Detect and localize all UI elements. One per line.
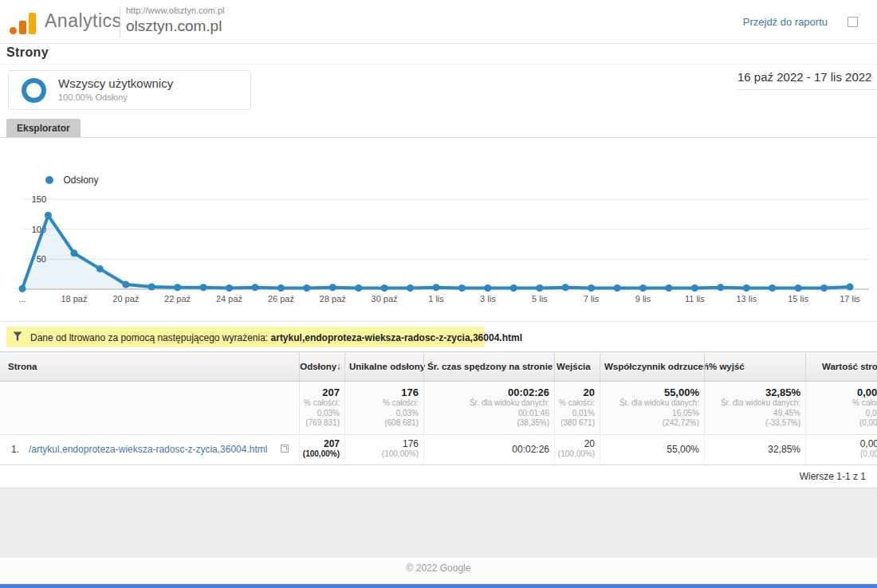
filter-message-prefix: Dane od ltrowano za pomocą następującego… [30, 332, 271, 343]
page-title: Strony [6, 45, 49, 60]
col-header-odslony[interactable]: Odsłony↓ [299, 352, 344, 381]
col-header-wartosc-strony[interactable]: Wartość strony [805, 352, 877, 381]
row-page-link[interactable]: /artykul,endoproteza-wieksza-radosc-z-zy… [29, 444, 267, 455]
row-odslony-value: 207 [300, 435, 340, 449]
svg-text:13 lis: 13 lis [736, 294, 757, 304]
row-wejscia-value: 20 [555, 435, 595, 449]
summary-unikalne-sub3: (608 681) [345, 418, 419, 429]
row-odrzucen-value: 55,00% [600, 435, 699, 455]
tab-eksplorator[interactable]: Eksplorator [6, 119, 81, 138]
chart-legend-odslony[interactable]: Odsłony [45, 172, 98, 183]
col-header-unikalne-odslony[interactable]: Unikalne odsłony [344, 352, 423, 381]
summary-unikalne-sub2: 0,03% [345, 409, 419, 419]
popup-window-icon[interactable] [848, 17, 858, 27]
logo-bar-mid [19, 21, 26, 34]
col-header-procent-wyjsc[interactable]: % wyjść [704, 352, 805, 381]
table-row: 1. /artykul,endoproteza-wieksza-radosc-z… [0, 434, 877, 465]
summary-strona-cell [0, 382, 299, 434]
summary-czas-sub2: 00:01:46 [424, 409, 549, 419]
col-header-wspolczynnik-odrzucen[interactable]: Współczynnik odrzuceń [600, 352, 704, 381]
summary-odslony-sub1: % całości: [300, 398, 340, 409]
svg-text:11 lis: 11 lis [685, 294, 705, 304]
header-divider [120, 7, 120, 39]
brand-title: Analytics [45, 10, 122, 32]
background-block [0, 488, 877, 558]
svg-text:30 paź: 30 paź [372, 294, 398, 304]
svg-text:...: ... [18, 294, 26, 304]
summary-wejscia-cell: 20 % całości: 0,01% (380 671) [554, 382, 600, 434]
analytics-logo-icon [10, 10, 38, 35]
svg-text:17 lis: 17 lis [840, 294, 860, 304]
filter-message: Dane od ltrowano za pomocą następującego… [30, 332, 522, 343]
summary-odrzucen-sub2: 16,05% [600, 409, 699, 419]
summary-odrzucen-sub3: (242,72%) [600, 418, 699, 429]
filter-notice-bar: Dane od ltrowano za pomocą następującego… [0, 321, 877, 352]
col-header-wejscia[interactable]: Wejścia [554, 352, 600, 381]
summary-wyjsc-sub1: Śr. dla widoku danych: [705, 398, 800, 409]
col-header-odslony-label: Odsłony [300, 362, 336, 371]
table-pager: Wiersze 1-1 z 1 [0, 465, 877, 488]
bottom-blue-bar [0, 584, 877, 588]
summary-odrzucen-value: 55,00% [600, 386, 699, 398]
summary-wejscia-value: 20 [555, 386, 595, 398]
svg-text:18 paź: 18 paź [61, 294, 87, 304]
go-to-report-link[interactable]: Przejdź do raportu [743, 16, 828, 28]
svg-text:24 paź: 24 paź [216, 294, 242, 304]
summary-wartosc-sub2: 0,00% [806, 409, 877, 419]
summary-wejscia-sub3: (380 671) [555, 418, 595, 429]
svg-text:9 lis: 9 lis [635, 294, 651, 304]
logo-bar-tall [29, 13, 36, 34]
summary-odslony-sub2: 0,03% [300, 409, 340, 419]
summary-odslony-cell: 207 % całości: 0,03% (769 831) [299, 382, 344, 434]
segment-all-users[interactable]: Wszyscy użytkownicy 100,00% Odsłony [8, 70, 251, 110]
svg-text:22 paź: 22 paź [164, 294, 191, 304]
summary-czas-value: 00:02:26 [424, 386, 549, 398]
row-wartosc-value: 0,00 zł [806, 435, 877, 449]
legend-label: Odsłony [63, 174, 98, 186]
app-header: Analytics http://www.olsztyn.com.pl olsz… [0, 0, 877, 44]
tab-strip-divider [0, 137, 877, 138]
row-wejscia-pct: (100,00%) [555, 449, 595, 458]
table-header-row: Strona Odsłony↓ Unikalne odsłony Śr. cza… [0, 351, 877, 382]
logo-dot [10, 27, 17, 34]
svg-text:1 lis: 1 lis [428, 294, 444, 304]
summary-czas-cell: 00:02:26 Śr. dla widoku danych: 00:01:46… [423, 382, 554, 434]
segment-detail: 100,00% Odsłony [58, 92, 128, 102]
title-divider [0, 64, 877, 65]
summary-wartosc-value: 0,00 zł [806, 386, 877, 398]
col-header-sr-czas[interactable]: Śr. czas spędzony na stronie [423, 352, 554, 381]
row-unikalne-pct: (100,00%) [345, 449, 419, 458]
filter-funnel-icon [13, 331, 22, 341]
date-range-selector[interactable]: 16 paź 2022 - 17 lis 2022 [737, 70, 877, 90]
row-czas-cell: 00:02:26 [423, 435, 554, 465]
pageviews-line-chart[interactable]: 50100150...18 paź20 paź22 paź24 paź26 pa… [0, 190, 877, 308]
summary-czas-sub3: (38,35%) [424, 418, 549, 429]
summary-odslony-value: 207 [300, 386, 340, 398]
svg-text:26 paź: 26 paź [268, 294, 294, 304]
summary-odrzucen-sub1: Śr. dla widoku danych: [600, 398, 699, 409]
sort-down-icon: ↓ [336, 362, 341, 371]
row-strona-cell: 1. /artykul,endoproteza-wieksza-radosc-z… [0, 435, 299, 465]
row-wartosc-cell: 0,00 zł (0,00%) [805, 435, 877, 465]
svg-text:150: 150 [32, 194, 46, 204]
summary-odrzucen-cell: 55,00% Śr. dla widoku danych: 16,05% (24… [600, 382, 704, 434]
row-wyjsc-value: 32,85% [705, 435, 800, 455]
site-name: olsztyn.com.pl [126, 18, 222, 35]
table-summary-row: 207 % całości: 0,03% (769 831) 176 % cał… [0, 382, 877, 434]
summary-wartosc-sub1: % całości: [806, 398, 877, 409]
svg-text:15 lis: 15 lis [788, 294, 808, 304]
row-unikalne-cell: 176 (100,00%) [344, 435, 423, 465]
segment-donut-icon [22, 78, 46, 103]
row-odslony-pct: (100,00%) [300, 449, 340, 458]
external-link-icon[interactable] [281, 445, 289, 453]
row-czas-value: 00:02:26 [424, 435, 549, 455]
svg-text:7 lis: 7 lis [584, 294, 600, 304]
summary-wejscia-sub2: 0,01% [555, 409, 595, 419]
col-header-strona[interactable]: Strona [0, 352, 299, 381]
summary-czas-sub1: Śr. dla widoku danych: [424, 398, 549, 409]
summary-odslony-sub3: (769 831) [300, 418, 340, 429]
summary-unikalne-sub1: % całości: [345, 398, 419, 409]
row-wyjsc-cell: 32,85% [704, 435, 805, 465]
segment-name: Wszyscy użytkownicy [58, 76, 173, 90]
summary-wyjsc-sub2: 49,45% [705, 409, 800, 419]
